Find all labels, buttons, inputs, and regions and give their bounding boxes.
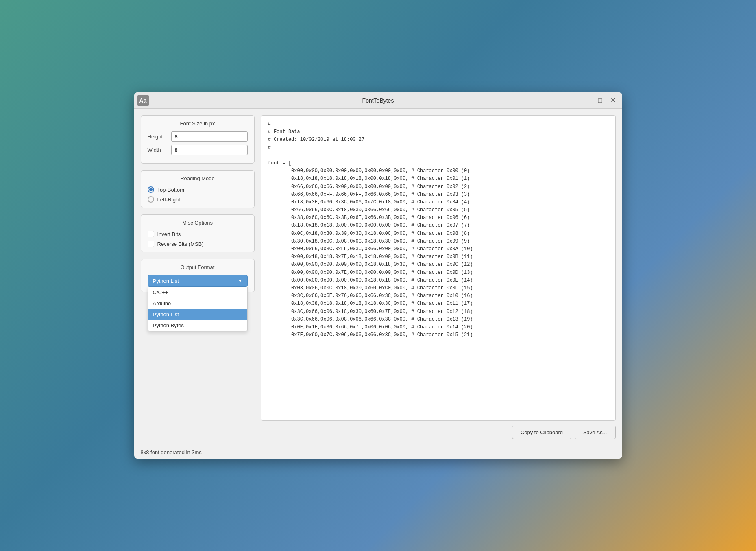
invert-bits-label: Invert Bits [157, 231, 181, 237]
save-as-button[interactable]: Save As... [575, 426, 616, 439]
width-row: Width [148, 145, 248, 155]
output-format-panel: Output Format Python List ▼ C/C++ Arduin… [141, 259, 255, 292]
window-title: FontToBytes [362, 97, 394, 104]
radio-group: Top-Bottom Left-Right [148, 186, 248, 203]
font-size-title: Font Size in px [148, 120, 248, 127]
checkbox-group: Invert Bits Reverse Bits (MSB) [148, 231, 248, 247]
code-output[interactable]: # # Font Data # Created: 10/02/2019 at 1… [261, 115, 616, 421]
dropdown-item-cpp[interactable]: C/C++ [148, 287, 247, 298]
invert-bits-box [148, 231, 154, 237]
reading-mode-title: Reading Mode [148, 175, 248, 181]
copy-to-clipboard-button[interactable]: Copy to Clipboard [512, 426, 571, 439]
height-label: Height [148, 133, 168, 140]
height-input[interactable] [171, 131, 248, 142]
radio-top-bottom-indicator [148, 186, 154, 193]
close-button[interactable]: ✕ [608, 95, 619, 106]
titlebar-left: Aa [137, 95, 149, 106]
left-panel: Font Size in px Height Width Reading Mod… [141, 115, 255, 439]
app-icon: Aa [137, 95, 149, 106]
radio-top-bottom[interactable]: Top-Bottom [148, 186, 248, 193]
reverse-bits-checkbox[interactable]: Reverse Bits (MSB) [148, 241, 248, 247]
reverse-bits-label: Reverse Bits (MSB) [157, 241, 204, 247]
dropdown-selected[interactable]: Python List ▼ [148, 275, 248, 287]
radio-top-bottom-label: Top-Bottom [157, 187, 184, 193]
reverse-bits-box [148, 241, 154, 247]
chevron-down-icon: ▼ [238, 279, 242, 283]
dropdown-selected-label: Python List [153, 278, 179, 284]
app-icon-label: Aa [139, 97, 147, 104]
output-format-title: Output Format [148, 264, 248, 270]
titlebar: Aa FontToBytes – □ ✕ [134, 92, 622, 109]
radio-left-right-label: Left-Right [157, 197, 180, 203]
minimize-button[interactable]: – [582, 95, 593, 106]
main-content: Font Size in px Height Width Reading Mod… [134, 109, 622, 446]
width-input[interactable] [171, 145, 248, 155]
dropdown-item-arduino[interactable]: Arduino [148, 298, 247, 309]
radio-left-right[interactable]: Left-Right [148, 196, 248, 203]
radio-left-right-indicator [148, 196, 154, 203]
width-label: Width [148, 147, 168, 153]
misc-options-title: Misc Options [148, 220, 248, 226]
output-format-dropdown: Python List ▼ C/C++ Arduino Python List … [148, 275, 248, 287]
button-row: Copy to Clipboard Save As... [261, 426, 616, 439]
dropdown-menu: C/C++ Arduino Python List Python Bytes [148, 287, 248, 331]
maximize-button[interactable]: □ [595, 95, 606, 106]
height-row: Height [148, 131, 248, 142]
dropdown-item-python-list[interactable]: Python List [148, 309, 247, 320]
misc-options-panel: Misc Options Invert Bits Reverse Bits (M… [141, 214, 255, 252]
titlebar-controls: – □ ✕ [582, 95, 619, 106]
font-size-panel: Font Size in px Height Width [141, 115, 255, 164]
status-text: 8x8 font generated in 3ms [141, 449, 202, 455]
invert-bits-checkbox[interactable]: Invert Bits [148, 231, 248, 237]
reading-mode-panel: Reading Mode Top-Bottom Left-Right [141, 170, 255, 208]
right-panel: # # Font Data # Created: 10/02/2019 at 1… [261, 115, 616, 439]
status-bar: 8x8 font generated in 3ms [134, 446, 622, 459]
main-window: Aa FontToBytes – □ ✕ Font Size in px Hei… [134, 92, 622, 459]
dropdown-item-python-bytes[interactable]: Python Bytes [148, 320, 247, 331]
